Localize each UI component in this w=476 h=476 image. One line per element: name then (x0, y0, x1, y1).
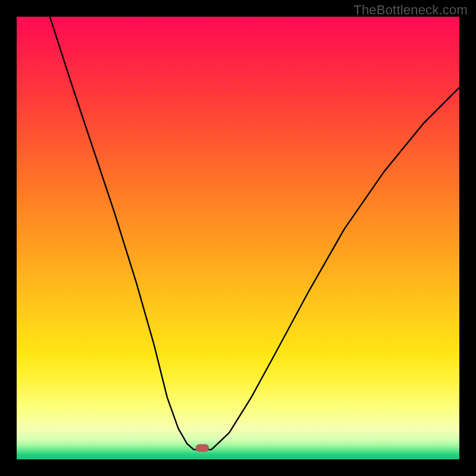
bottleneck-curve (17, 17, 459, 459)
watermark-text: TheBottleneck.com (353, 2, 468, 18)
plot-area (17, 17, 459, 459)
minimum-marker (196, 444, 209, 452)
chart-frame: TheBottleneck.com (0, 0, 476, 476)
